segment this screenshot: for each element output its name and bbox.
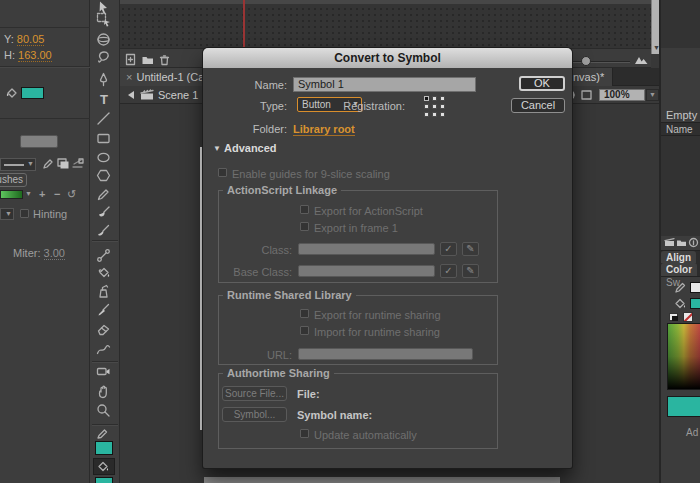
fill-color-bucket-icon[interactable] — [96, 460, 112, 476]
tab-color[interactable]: Color — [661, 263, 697, 276]
text-tool-button[interactable]: T — [96, 92, 112, 108]
stroke-color-swatch[interactable] — [95, 441, 113, 455]
new-symbol-icon[interactable] — [664, 237, 675, 248]
color-add-label[interactable]: Ad — [686, 427, 698, 438]
registration-cell[interactable] — [424, 112, 429, 117]
width-tool-button[interactable] — [96, 342, 112, 358]
import-runtime-sharing-checkbox[interactable] — [300, 326, 309, 335]
pencil-tool-button[interactable] — [96, 187, 112, 203]
brushes-button[interactable]: rushes — [0, 173, 27, 187]
registration-cell[interactable] — [432, 96, 437, 101]
scene-name-label[interactable]: Scene 1 — [158, 89, 198, 101]
add-profile-button[interactable]: + — [39, 188, 45, 200]
document-tab-active[interactable]: ×Untitled-1 (Canva — [120, 68, 206, 86]
frame-view-slider-handle[interactable] — [581, 56, 591, 66]
registration-cell[interactable] — [440, 112, 445, 117]
symbol-button[interactable]: Symbol... — [222, 407, 287, 422]
bone-tool-button[interactable] — [96, 248, 112, 264]
document-tab-right-fragment[interactable]: nvas)* — [572, 68, 613, 86]
zoom-level-field[interactable]: 100% — [599, 89, 645, 101]
free-transform-tool-button[interactable] — [96, 12, 112, 28]
registration-grid[interactable] — [424, 96, 450, 120]
color-spectrum-picker[interactable] — [667, 323, 700, 390]
cancel-button[interactable]: Cancel — [511, 98, 565, 113]
registration-cell[interactable] — [424, 104, 429, 109]
oval-tool-button[interactable] — [96, 150, 112, 166]
ink-bottle-tool-button[interactable] — [96, 284, 112, 300]
pen-tool-button[interactable] — [96, 72, 112, 88]
edit-base-class-button[interactable]: ✎ — [462, 264, 479, 278]
zoom-dropdown-button[interactable]: ▼ — [646, 89, 659, 101]
delete-icon[interactable] — [158, 53, 171, 66]
paintbrush-tool-button[interactable] — [96, 223, 112, 239]
new-folder-icon[interactable] — [141, 53, 154, 66]
stroke-color-pencil-icon[interactable] — [674, 281, 687, 294]
properties-info-icon[interactable] — [688, 237, 699, 248]
polystar-tool-button[interactable] — [96, 168, 112, 184]
eraser-tool-button[interactable] — [96, 322, 112, 338]
dialog-titlebar[interactable]: Convert to Symbol — [203, 48, 572, 68]
stroke-weight-field[interactable] — [20, 135, 58, 148]
eyedropper-tool-button[interactable] — [96, 302, 112, 318]
scale-dropdown[interactable]: ▼ — [0, 208, 14, 220]
export-runtime-sharing-checkbox[interactable] — [300, 309, 309, 318]
folder-link[interactable]: Library root — [293, 123, 355, 136]
registration-cell-selected[interactable] — [424, 96, 429, 101]
width-profile-icon[interactable] — [56, 157, 69, 170]
stroke-style-dropdown[interactable]: ▼ — [0, 158, 36, 171]
paint-bucket-tool-button[interactable] — [96, 265, 112, 281]
new-folder-icon[interactable] — [676, 237, 687, 248]
chevron-down-icon[interactable]: ▼ — [25, 190, 32, 197]
remove-profile-button[interactable]: − — [54, 188, 60, 200]
registration-cell[interactable] — [440, 96, 445, 101]
y-value[interactable]: 80.05 — [17, 33, 45, 46]
fill-color-swatch[interactable] — [690, 298, 700, 309]
h-value[interactable]: 163.00 — [18, 49, 52, 62]
match-size-mountain-icon[interactable] — [634, 53, 649, 66]
validate-class-button[interactable]: ✓ — [440, 242, 457, 256]
hand-tool-button[interactable] — [96, 384, 112, 400]
new-layer-icon[interactable] — [124, 53, 137, 66]
brush-tool-button[interactable] — [96, 205, 112, 221]
playhead-line[interactable] — [243, 0, 245, 48]
library-name-header[interactable]: Name — [661, 122, 700, 136]
validate-base-class-button[interactable]: ✓ — [440, 264, 457, 278]
lasso-tool-button[interactable] — [96, 50, 112, 66]
edit-class-button[interactable]: ✎ — [462, 242, 479, 256]
url-field[interactable] — [298, 348, 473, 360]
base-class-field[interactable] — [298, 265, 435, 277]
registration-cell[interactable] — [432, 112, 437, 117]
export-for-actionscript-checkbox[interactable] — [300, 205, 309, 214]
frame-view-slider-track[interactable] — [566, 61, 630, 63]
hinting-checkbox[interactable] — [20, 209, 29, 218]
3d-rotation-tool-button[interactable] — [96, 32, 112, 48]
symbol-name-input[interactable]: Symbol 1 — [293, 77, 476, 92]
edit-stroke-icon[interactable] — [41, 157, 54, 170]
fill-color-swatch-bottom[interactable] — [95, 477, 113, 483]
edit-symbols-icon[interactable] — [580, 89, 593, 101]
close-icon[interactable]: × — [120, 71, 136, 83]
enable-guides-checkbox[interactable] — [218, 168, 227, 177]
line-tool-button[interactable] — [96, 111, 112, 127]
miter-value[interactable]: 3.00 — [44, 247, 65, 260]
update-automatically-checkbox[interactable] — [300, 429, 309, 438]
timeline-frames-area[interactable] — [120, 0, 651, 48]
back-arrow-icon[interactable] — [124, 89, 137, 101]
advanced-disclosure[interactable]: ▼ Advanced — [213, 142, 277, 154]
object-drawing-icon[interactable] — [71, 157, 84, 170]
width-profile-preview[interactable] — [0, 190, 23, 199]
zoom-tool-button[interactable] — [96, 403, 112, 419]
stroke-color-swatch[interactable] — [690, 282, 700, 293]
black-white-icon[interactable] — [669, 313, 678, 321]
camera-tool-button[interactable] — [96, 364, 112, 380]
fill-color-bucket-icon[interactable] — [673, 297, 687, 310]
class-field[interactable] — [298, 243, 435, 255]
library-list-area[interactable] — [661, 136, 700, 236]
fill-color-swatch[interactable] — [21, 87, 44, 99]
ok-button[interactable]: OK — [519, 76, 565, 91]
export-in-frame1-checkbox[interactable] — [300, 222, 309, 231]
registration-cell[interactable] — [432, 104, 437, 109]
no-color-icon[interactable] — [683, 312, 693, 322]
rectangle-tool-button[interactable] — [96, 131, 112, 147]
reset-profile-icon[interactable]: ↺ — [67, 188, 76, 201]
